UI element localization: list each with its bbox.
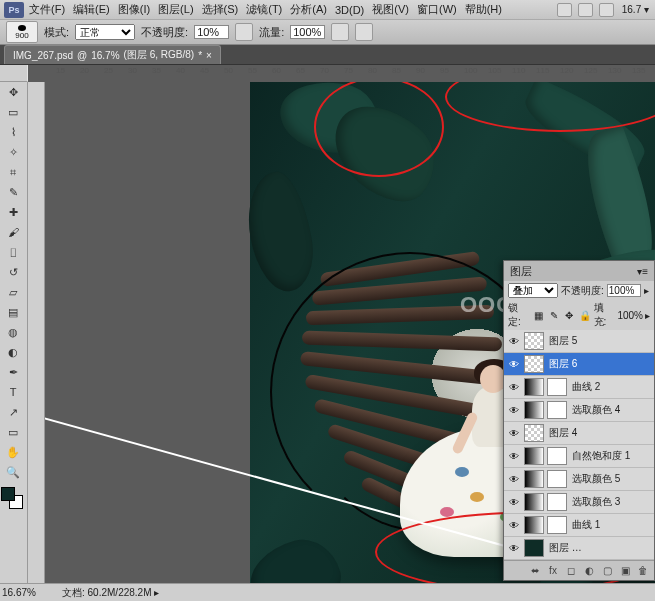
menu-view[interactable]: 视图(V): [369, 2, 412, 17]
layer-thumbnail[interactable]: [524, 447, 544, 465]
layer-list[interactable]: 👁图层 5👁图层 6👁曲线 2👁选取颜色 4👁图层 4👁自然饱和度 1👁选取颜色…: [504, 330, 654, 560]
layer-mask-thumbnail[interactable]: [547, 516, 567, 534]
move-tool[interactable]: ✥: [1, 82, 25, 102]
layer-row[interactable]: 👁自然饱和度 1: [504, 445, 654, 468]
ruler-origin[interactable]: [0, 65, 28, 82]
panel-menu-icon[interactable]: ▾≡: [637, 266, 648, 277]
layer-mask-thumbnail[interactable]: [547, 493, 567, 511]
layer-name[interactable]: 图层 6: [547, 357, 651, 371]
menu-image[interactable]: 图像(I): [115, 2, 153, 17]
airbrush-icon[interactable]: [331, 23, 349, 41]
blend-mode-select[interactable]: 叠加: [508, 283, 558, 298]
tablet-pressure-icon[interactable]: [355, 23, 373, 41]
layer-name[interactable]: 自然饱和度 1: [570, 449, 651, 463]
menu-3d[interactable]: 3D(D): [332, 4, 367, 16]
layer-thumbnail[interactable]: [524, 470, 544, 488]
brush-preview[interactable]: 900: [6, 21, 38, 43]
layer-row[interactable]: 👁选取颜色 5: [504, 468, 654, 491]
layer-name[interactable]: 选取颜色 5: [570, 472, 651, 486]
gradient-tool[interactable]: ▤: [1, 302, 25, 322]
marquee-tool[interactable]: ▭: [1, 102, 25, 122]
arrange-button[interactable]: [599, 3, 614, 17]
layer-name[interactable]: 曲线 2: [570, 380, 651, 394]
visibility-icon[interactable]: 👁: [507, 541, 521, 555]
layer-opacity-field[interactable]: 100%: [607, 284, 641, 297]
layer-mask-thumbnail[interactable]: [547, 447, 567, 465]
stamp-tool[interactable]: ⌷: [1, 242, 25, 262]
visibility-icon[interactable]: 👁: [507, 380, 521, 394]
menu-select[interactable]: 选择(S): [199, 2, 242, 17]
ruler-vertical[interactable]: [28, 82, 45, 583]
opacity-field[interactable]: 10%: [194, 25, 229, 39]
opacity-pressure-icon[interactable]: [235, 23, 253, 41]
layer-thumbnail[interactable]: [524, 378, 544, 396]
layer-row[interactable]: 👁图层 5: [504, 330, 654, 353]
visibility-icon[interactable]: 👁: [507, 403, 521, 417]
layer-name[interactable]: 选取颜色 4: [570, 403, 651, 417]
screen-mode-button[interactable]: [578, 3, 593, 17]
pen-tool[interactable]: ✒: [1, 362, 25, 382]
status-zoom[interactable]: 16.67%: [2, 587, 52, 598]
tab-close-icon[interactable]: ×: [206, 50, 212, 61]
layer-mask-icon[interactable]: ◻: [564, 564, 578, 578]
canvas-area[interactable]: OOCO 图层 ▾≡ 叠加 不透明度: 100%▸ 锁定: ▦ ✎ ✥: [45, 82, 655, 583]
adjustment-layer-icon[interactable]: ◐: [582, 564, 596, 578]
document-tab[interactable]: IMG_267.psd @ 16.7% (图层 6, RGB/8) * ×: [4, 45, 221, 64]
lock-all-icon[interactable]: 🔒: [578, 308, 591, 322]
visibility-icon[interactable]: 👁: [507, 518, 521, 532]
healing-tool[interactable]: ✚: [1, 202, 25, 222]
menu-file[interactable]: 文件(F): [26, 2, 68, 17]
foreground-swatch[interactable]: [1, 487, 15, 501]
wand-tool[interactable]: ✧: [1, 142, 25, 162]
layer-thumbnail[interactable]: [524, 516, 544, 534]
link-layers-icon[interactable]: ⬌: [528, 564, 542, 578]
lasso-tool[interactable]: ⌇: [1, 122, 25, 142]
path-tool[interactable]: ↗: [1, 402, 25, 422]
delete-layer-icon[interactable]: 🗑: [636, 564, 650, 578]
menu-edit[interactable]: 编辑(E): [70, 2, 113, 17]
menu-window[interactable]: 窗口(W): [414, 2, 460, 17]
layer-name[interactable]: 选取颜色 3: [570, 495, 651, 509]
layer-row[interactable]: 👁选取颜色 4: [504, 399, 654, 422]
layers-tab[interactable]: 图层: [510, 264, 532, 279]
type-tool[interactable]: T: [1, 382, 25, 402]
lock-transparency-icon[interactable]: ▦: [532, 308, 545, 322]
brush-tool[interactable]: 🖌: [1, 222, 25, 242]
layer-name[interactable]: 图层 5: [547, 334, 651, 348]
layer-thumbnail[interactable]: [524, 493, 544, 511]
eraser-tool[interactable]: ▱: [1, 282, 25, 302]
visibility-icon[interactable]: 👁: [507, 449, 521, 463]
menu-analysis[interactable]: 分析(A): [287, 2, 330, 17]
visibility-icon[interactable]: 👁: [507, 426, 521, 440]
menu-help[interactable]: 帮助(H): [462, 2, 505, 17]
layer-thumbnail[interactable]: [524, 332, 544, 350]
crop-tool[interactable]: ⌗: [1, 162, 25, 182]
layer-thumbnail[interactable]: [524, 401, 544, 419]
layer-row[interactable]: 👁选取颜色 3: [504, 491, 654, 514]
lock-pixels-icon[interactable]: ✎: [547, 308, 560, 322]
layer-mask-thumbnail[interactable]: [547, 378, 567, 396]
flow-field[interactable]: 100%: [290, 25, 325, 39]
layer-thumbnail[interactable]: [524, 539, 544, 557]
visibility-icon[interactable]: 👁: [507, 334, 521, 348]
new-layer-icon[interactable]: ▣: [618, 564, 632, 578]
fill-field[interactable]: 100%: [617, 310, 643, 321]
zoom-tool[interactable]: 🔍: [1, 462, 25, 482]
layer-row[interactable]: 👁曲线 1: [504, 514, 654, 537]
header-zoom[interactable]: 16.7 ▾: [620, 4, 651, 15]
eyedropper-tool[interactable]: ✎: [1, 182, 25, 202]
window-layout-button[interactable]: [557, 3, 572, 17]
blur-tool[interactable]: ◍: [1, 322, 25, 342]
layer-fx-icon[interactable]: fx: [546, 564, 560, 578]
menu-layer[interactable]: 图层(L): [155, 2, 196, 17]
color-swatches[interactable]: [0, 486, 24, 510]
layer-row[interactable]: 👁曲线 2: [504, 376, 654, 399]
lock-position-icon[interactable]: ✥: [563, 308, 576, 322]
menu-filter[interactable]: 滤镜(T): [243, 2, 285, 17]
layer-mask-thumbnail[interactable]: [547, 470, 567, 488]
dodge-tool[interactable]: ◐: [1, 342, 25, 362]
visibility-icon[interactable]: 👁: [507, 495, 521, 509]
shape-tool[interactable]: ▭: [1, 422, 25, 442]
status-menu-icon[interactable]: ▸: [154, 587, 159, 598]
hand-tool[interactable]: ✋: [1, 442, 25, 462]
